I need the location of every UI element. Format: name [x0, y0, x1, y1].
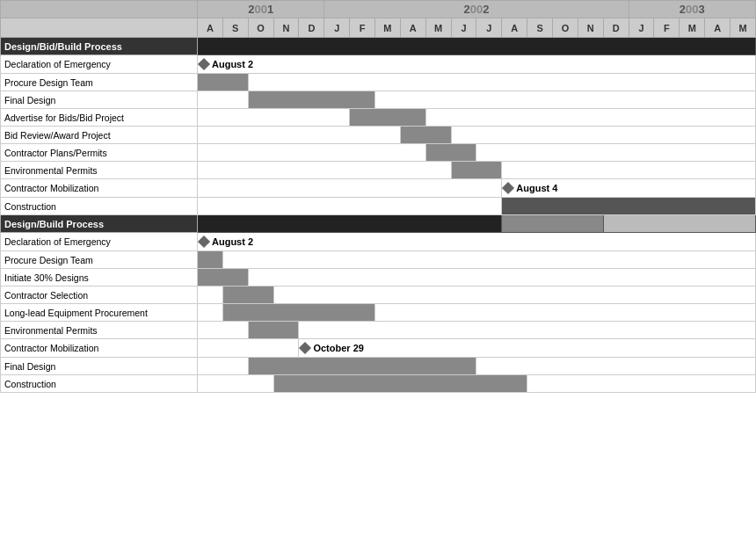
s2-label-mobilization: Contractor Mobilization — [1, 339, 198, 358]
s1-bar-envpermits — [451, 162, 502, 179]
year-2001: 2001 — [198, 1, 324, 18]
s2-label-selection: Contractor Selection — [1, 287, 198, 304]
s2-row-declaration: Declaration of Emergency August 2 — [1, 233, 756, 251]
s1-row-finaldesign: Final Design — [1, 91, 756, 109]
s1-row-mobilization: Contractor Mobilization August 4 — [1, 179, 756, 198]
s1-bar-advertise — [350, 109, 426, 127]
s1-empty-fd2 — [375, 91, 756, 109]
s1-row-bidreview: Bid Review/Award Project — [1, 127, 756, 144]
s2-row-initiate: Initiate 30% Designs — [1, 269, 756, 287]
s2-label-construction: Construction — [1, 375, 198, 393]
s2-empty-sel2 — [273, 287, 755, 304]
s2-bar-selection — [222, 287, 273, 304]
s1-empty-pp1 — [198, 144, 426, 162]
s1-label-bidreview: Bid Review/Award Project — [1, 127, 198, 144]
s1-label-mobilization: Contractor Mobilization — [1, 179, 198, 198]
s1-label-advertise: Advertise for Bids/Bid Project — [1, 109, 198, 127]
s2-label-longlead: Long-lead Equipment Procurement — [1, 304, 198, 322]
year-header-row: 2001 2002 2003 — [1, 1, 756, 18]
month-A1: A — [198, 18, 223, 38]
month-M2b: M — [425, 18, 451, 38]
s2-label-procure: Procure Design Team — [1, 251, 198, 269]
section2-header-bar-mid — [502, 215, 603, 233]
s2-empty-con1 — [198, 375, 274, 393]
s2-bar-finaldesign — [248, 358, 476, 375]
s2-empty-initiate — [248, 269, 755, 287]
s2-empty-procure — [222, 251, 755, 269]
month-O1: O — [248, 18, 273, 38]
month-M2: M — [375, 18, 401, 38]
section2-header-bar-dark — [198, 215, 502, 233]
month-M3b: M — [731, 18, 756, 38]
month-header-row: A S O N D J F M A M J J A S O N D J F M — [1, 18, 756, 38]
s2-row-selection: Contractor Selection — [1, 287, 756, 304]
s1-bar-finaldesign — [248, 91, 374, 109]
s2-label-envpermits: Environmental Permits — [1, 322, 198, 339]
s2-milestone-label-declaration: August 2 — [212, 236, 253, 247]
month-J2c: J — [476, 18, 502, 38]
s2-empty-ep2 — [299, 322, 756, 339]
s2-row-mobilization: Contractor Mobilization October 29 — [1, 339, 756, 358]
s1-label-plans: Contractor Plans/Permits — [1, 144, 198, 162]
s2-row-longlead: Long-lead Equipment Procurement — [1, 304, 756, 322]
month-D2: D — [603, 18, 629, 38]
s1-bar-procure — [198, 74, 249, 91]
s1-row-plans: Contractor Plans/Permits — [1, 144, 756, 162]
month-S2: S — [527, 18, 553, 38]
s1-empty-br1 — [198, 127, 401, 144]
s2-bar-initiate — [198, 269, 249, 287]
s2-row-construction: Construction — [1, 375, 756, 393]
s1-milestone-label-declaration: August 2 — [212, 59, 253, 69]
month-M3: M — [680, 18, 705, 38]
s2-empty-ll1 — [198, 304, 223, 322]
s2-row-finaldesign: Final Design — [1, 358, 756, 375]
s2-label-finaldesign: Final Design — [1, 358, 198, 375]
s2-empty-ep1 — [198, 322, 249, 339]
s2-empty-fd2 — [476, 358, 756, 375]
s2-empty-fd1 — [198, 358, 249, 375]
s2-empty-ll2 — [375, 304, 756, 322]
month-D1: D — [299, 18, 324, 38]
s1-label-envpermits: Environmental Permits — [1, 162, 198, 179]
s2-empty-sel1 — [198, 287, 223, 304]
s2-bar-procure — [198, 251, 223, 269]
month-O2: O — [553, 18, 578, 38]
s2-label-declaration: Declaration of Emergency — [1, 233, 198, 251]
month-A2b: A — [502, 18, 527, 38]
section1-header-label: Design/Bid/Build Process — [1, 38, 198, 55]
s1-bar-bidreview — [400, 127, 451, 144]
s1-bar-construction — [502, 198, 756, 215]
s1-bar-plans — [425, 144, 476, 162]
s2-bar-construction — [273, 375, 527, 393]
s1-label-declaration: Declaration of Emergency — [1, 55, 198, 74]
s1-milestone-mobilization: August 4 — [502, 179, 756, 198]
label-col-month-header — [1, 18, 198, 38]
gantt-chart: 2001 2002 2003 A S O N D J F M A M J J — [0, 0, 756, 393]
month-A2: A — [400, 18, 425, 38]
s1-label-construction: Construction — [1, 198, 198, 215]
s1-bar-declaration: August 2 — [198, 55, 756, 74]
s2-bar-envpermits — [248, 322, 299, 339]
s2-mobilization-label: October 29 — [313, 343, 363, 353]
s2-bar-declaration: August 2 — [198, 233, 756, 251]
s1-row-envpermits: Environmental Permits — [1, 162, 756, 179]
s1-row-construction: Construction — [1, 198, 756, 215]
month-N2: N — [578, 18, 603, 38]
section1-header-row: Design/Bid/Build Process — [1, 38, 756, 55]
s1-empty-adv1 — [198, 109, 350, 127]
s1-empty-ep2 — [502, 162, 756, 179]
s2-empty-mob1 — [198, 339, 299, 358]
month-J3: J — [629, 18, 654, 38]
section1-header-bar — [198, 38, 756, 55]
s1-empty-ep1 — [198, 162, 452, 179]
s1-empty-fd1 — [198, 91, 249, 109]
section2-header-bar-light — [603, 215, 755, 233]
s1-empty-con1 — [198, 198, 502, 215]
s1-label-procure: Procure Design Team — [1, 74, 198, 91]
s2-bar-longlead — [222, 304, 374, 322]
s1-empty-procure — [248, 74, 755, 91]
year-2003: 2003 — [629, 1, 755, 18]
s2-label-initiate: Initiate 30% Designs — [1, 269, 198, 287]
s2-row-procure: Procure Design Team — [1, 251, 756, 269]
year-2002: 2002 — [324, 1, 629, 18]
